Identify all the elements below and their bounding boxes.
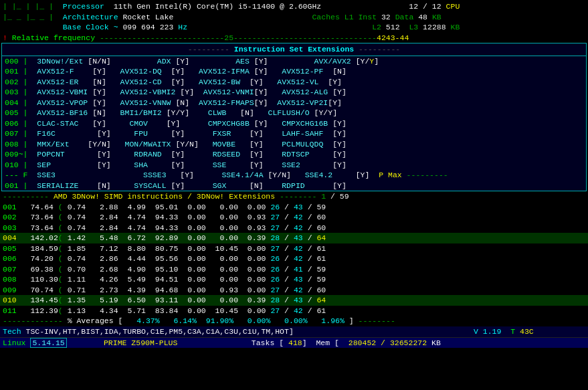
data-row-002: 002 73.64 ( 0.74 2.84 4.74 94.33 0.00 0.…	[0, 212, 588, 223]
ise-border-left: ---------	[188, 45, 234, 54]
version-label: V 1.19	[474, 327, 501, 336]
tasks-label: Tasks [	[252, 338, 284, 347]
base-clock-label: Base Clock ~	[63, 23, 118, 31]
ise-title: Instruction Set Extensions	[234, 45, 354, 54]
cache-label: Caches L1 Inst	[312, 13, 377, 21]
tech-value: TSC-INV,HTT,BIST,IDA,TURBO,C1E,PM5,C3A,C…	[26, 327, 294, 336]
avg-row: ------------- % Averages [ 4.37% 6.14% 9…	[0, 316, 588, 326]
ise-row-sse3: --- F SSE3 SSSE3 [Y] SSE4.1/4A [Y/N] SSE…	[2, 170, 586, 181]
arch-value: Rocket Lake	[122, 13, 173, 21]
data-row-010: 010 134.45( 1.35 5.19 6.50 93.11 0.00 0.…	[0, 295, 588, 306]
tasks-value: 418	[288, 338, 302, 347]
temp-label-t: T	[510, 327, 515, 336]
arch-label: Architecture	[63, 13, 118, 21]
cores-value: 12 / 12	[409, 2, 441, 11]
arch-line: |_ _ |_ _ | Architecture Rocket Lake Cac…	[0, 12, 588, 23]
ise-row-004: 004 | AVX512-VPOP [Y] AVX512-VNNW [N] AV…	[2, 98, 586, 108]
ise-row-001: 001 | AVX512-F [Y] AVX512-DQ [Y] AVX512-…	[2, 66, 586, 77]
data-row-003: 003 73.64 ( 0.74 2.84 4.74 94.33 0.00 0.…	[0, 223, 588, 233]
ise-row-009: 009~| POPCNT [Y] RDRAND [Y] RDSEED [Y] R…	[2, 149, 586, 160]
ise-row-005: 005 | AVX512-BF16 [N] BMI1/BMI2 [Y/Y] CL…	[2, 108, 586, 118]
linux-version: 5.14.15	[30, 338, 66, 348]
data-row-004: 004 142.02( 1.42 5.48 6.72 92.89 0.00 0.…	[0, 233, 588, 243]
linux-label: Linux	[3, 338, 26, 347]
l3-label: L3	[409, 23, 418, 31]
ise-row-007: 007 | F16C [Y] FPU [Y] FXSR [Y] LAHF-SAH…	[2, 128, 586, 139]
data-section: 001 74.64 ( 0.74 2.88 4.99 95.01 0.00 0.…	[0, 202, 588, 326]
ise-title-row: --------- Instruction Set Extensions ---…	[2, 43, 586, 56]
cpu-graph: | |_ | |_ |	[3, 2, 54, 11]
ise-row-006: 006 | CLAC-STAC [Y] CMOV [Y] CMPXCHG8B […	[2, 118, 586, 129]
ise-row-002: 002 | AVX512-ER [N] AVX512-CD [Y] AVX512…	[2, 77, 586, 88]
simd-header-line: ---------- AMD 3DNow! SIMD instructions …	[0, 191, 588, 202]
baseclock-line: Base Clock ~ 099 694 223 Hz L2 512 L3 12…	[0, 22, 588, 33]
mem-label: Mem [	[316, 338, 339, 347]
tech-label: Tech	[3, 327, 21, 336]
l1i-value: 32	[381, 13, 391, 21]
ise-row-003: 003 | AVX512-VBMI [Y] AVX512-VBMI2 [Y] A…	[2, 87, 586, 98]
ise-border-right: ---------	[354, 45, 400, 54]
tech-bar: Tech TSC-INV,HTT,BIST,IDA,TURBO,C1E,PM5,…	[0, 326, 588, 337]
linux-bar: Linux 5.14.15 PRIME Z590M-PLUS Tasks [ 4…	[0, 337, 588, 349]
data-row-001: 001 74.64 ( 0.74 2.88 4.99 95.01 0.00 0.…	[0, 202, 588, 213]
base-clock-value: 099 694 223	[122, 23, 173, 31]
mem-unit: KB	[431, 338, 441, 347]
ise-row-008: 008 | MMX/Ext [Y/N] MON/MWAITX [Y/N] MOV…	[2, 139, 586, 150]
main-screen: | |_ | |_ | Processor 11th Gen Intel(R) …	[0, 0, 588, 390]
processor-line: | |_ | |_ | Processor 11th Gen Intel(R) …	[0, 1, 588, 12]
data-row-006: 006 74.20 ( 0.74 2.86 4.44 95.56 0.00 0.…	[0, 254, 588, 264]
cpu-graph2: |_ _ |_ _ |	[3, 13, 54, 21]
l3-value: 12288	[423, 23, 446, 31]
simd-title: AMD 3DNow! SIMD instructions / 3DNow! Ex…	[54, 192, 275, 201]
cpu-label: CPU	[446, 2, 460, 11]
hz-label: Hz	[178, 23, 187, 31]
board-value: PRIME Z590M-PLUS	[104, 338, 177, 347]
data-row-008: 008 110.30( 1.11 4.26 5.49 94.51 0.00 0.…	[0, 274, 588, 285]
data-row-011: 011 112.39( 1.13 4.34 5.71 83.84 0.00 10…	[0, 306, 588, 316]
mem-value: 280452 / 32652272	[349, 338, 427, 347]
ise-row-serialize: 001 | SERIALIZE [N] SYSCALL [Y] SGX [N] …	[2, 181, 586, 191]
ise-row-000: 000 | 3DNow!/Ext [N/N] ADX [Y] AES [Y] A…	[2, 56, 586, 67]
data-row-007: 007 69.38 ( 0.70 2.68 4.90 95.10 0.00 0.…	[0, 264, 588, 275]
l2-label: L2	[372, 23, 381, 31]
data-row-005: 005 184.59( 1.85 7.12 8.80 80.75 0.00 10…	[0, 243, 588, 254]
sep-line: ! Relative frequency -------------------…	[0, 33, 588, 43]
temp-value: 43C	[520, 327, 534, 336]
ise-box: --------- Instruction Set Extensions ---…	[1, 43, 587, 191]
freq-end: 4243-44	[377, 33, 409, 42]
rel-freq-label: Relative frequency	[12, 33, 100, 42]
data-row-009: 009 70.74 ( 0.71 2.73 4.39 94.68 0.00 0.…	[0, 285, 588, 296]
ise-row-010: 010 | SEP [Y] SHA [Y] SSE [Y] SSE2 [Y]	[2, 160, 586, 171]
processor-value: 11th Gen Intel(R) Core(TM) i5-11400 @ 2.…	[114, 2, 322, 11]
processor-label: Processor	[63, 2, 104, 11]
l3-unit: KB	[451, 23, 460, 31]
l2-value: 512	[386, 23, 400, 31]
